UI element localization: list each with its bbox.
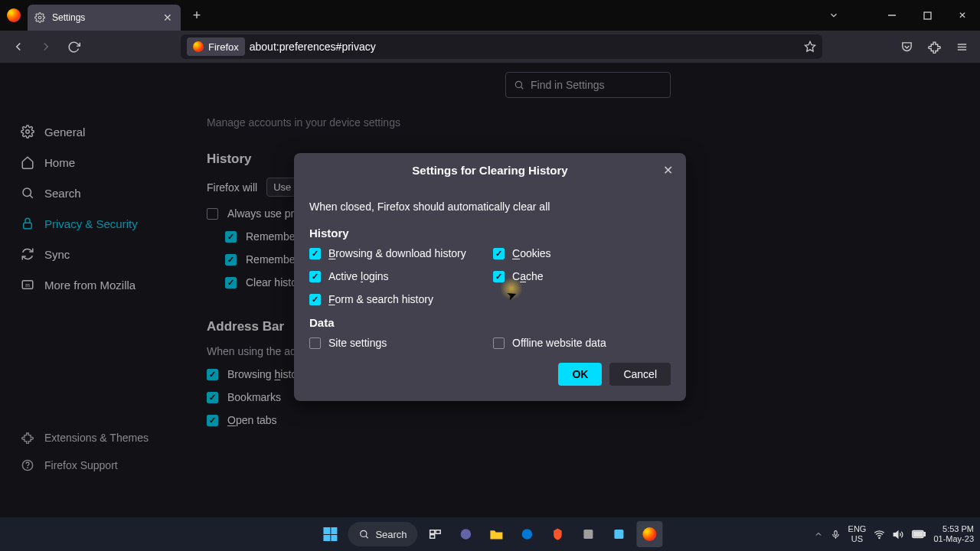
windows-taskbar: Search ENG US 5:53 PM 01-May-23	[0, 517, 980, 551]
active-logins-checkbox[interactable]: ✓	[309, 271, 321, 282]
taskbar-search[interactable]: Search	[348, 522, 417, 546]
site-settings-label: Site settings	[328, 337, 387, 349]
taskbar-app-firefox[interactable]	[637, 521, 663, 547]
svg-point-17	[361, 530, 367, 536]
browser-navbar: Firefox about:preferences#privacy	[0, 31, 980, 63]
tray-language-2: US	[848, 534, 867, 544]
svg-rect-19	[430, 530, 435, 534]
offline-website-data-checkbox[interactable]	[493, 337, 505, 349]
svg-line-18	[366, 536, 368, 538]
cancel-button[interactable]: Cancel	[609, 363, 671, 386]
url-path: about:preferences#privacy	[250, 41, 376, 53]
taskbar-search-label: Search	[375, 529, 407, 540]
svg-point-28	[879, 537, 880, 538]
tab-close-button[interactable]: ✕	[161, 11, 175, 24]
tray-microphone-icon[interactable]	[831, 530, 841, 540]
taskbar-app-generic1[interactable]	[576, 521, 602, 547]
site-settings-checkbox[interactable]	[309, 337, 321, 349]
cache-label: Cache	[512, 270, 544, 282]
svg-marker-29	[894, 531, 899, 538]
taskbar-app-edge[interactable]	[514, 521, 541, 547]
svg-rect-20	[436, 530, 440, 534]
task-view-button[interactable]	[423, 521, 449, 547]
tray-volume-icon[interactable]	[893, 529, 904, 540]
firefox-logo-icon	[0, 8, 28, 22]
url-bar[interactable]: Firefox about:preferences#privacy	[181, 34, 822, 59]
url-identity-text: Firefox	[208, 41, 239, 53]
search-icon	[358, 529, 369, 540]
browsing-download-history-label: Browsing & download history	[328, 247, 466, 259]
tabs-dropdown-button[interactable]	[816, 0, 851, 31]
svg-rect-26	[834, 530, 836, 535]
back-button[interactable]	[6, 34, 31, 59]
svg-rect-24	[584, 530, 593, 539]
dialog-intro-text: When closed, Firefox should automaticall…	[309, 201, 671, 213]
form-search-history-label: Form & search history	[328, 293, 433, 305]
dialog-data-section-title: Data	[309, 316, 671, 329]
tray-time[interactable]: 5:53 PM	[933, 524, 974, 534]
tray-language-1[interactable]: ENG	[848, 524, 867, 534]
firefox-mini-logo-icon	[193, 41, 204, 52]
window-maximize-button[interactable]	[910, 0, 945, 31]
svg-rect-21	[430, 535, 435, 539]
gear-icon	[34, 11, 46, 24]
svg-rect-2	[924, 12, 931, 19]
window-minimize-button[interactable]	[874, 0, 910, 31]
browser-tab[interactable]: Settings ✕	[28, 5, 181, 31]
cache-checkbox[interactable]: ✓	[493, 271, 505, 282]
svg-point-0	[38, 16, 41, 19]
taskbar-app-brave[interactable]	[545, 521, 571, 547]
app-menu-button[interactable]	[949, 34, 974, 59]
extensions-button[interactable]	[922, 34, 946, 59]
new-tab-button[interactable]: +	[185, 8, 208, 24]
url-identity-badge[interactable]: Firefox	[187, 37, 245, 56]
tab-title: Settings	[52, 12, 155, 23]
svg-marker-3	[805, 41, 815, 51]
tray-chevron-icon[interactable]	[814, 530, 823, 539]
save-to-pocket-button[interactable]	[894, 34, 919, 59]
taskbar-app-generic2[interactable]	[606, 521, 632, 547]
bookmark-star-icon[interactable]	[804, 41, 816, 53]
svg-point-23	[522, 529, 533, 540]
window-titlebar: Settings ✕ + ✕	[0, 0, 980, 31]
reload-button[interactable]	[61, 34, 86, 59]
svg-rect-32	[914, 532, 923, 536]
form-search-history-checkbox[interactable]: ✓	[309, 294, 321, 305]
cookies-label: Cookies	[512, 247, 551, 259]
taskbar-app-chat[interactable]	[453, 521, 479, 547]
dialog-title: Settings for Clearing History	[412, 164, 567, 177]
svg-point-22	[461, 529, 472, 540]
active-logins-label: Active logins	[328, 270, 389, 282]
svg-rect-31	[924, 533, 926, 536]
dialog-close-button[interactable]: ✕	[658, 161, 677, 179]
offline-website-data-label: Offline website data	[512, 337, 606, 349]
window-close-button[interactable]: ✕	[945, 0, 980, 31]
tray-wifi-icon[interactable]	[874, 529, 885, 540]
taskbar-app-explorer[interactable]	[484, 521, 510, 547]
svg-rect-25	[615, 530, 624, 539]
forward-button[interactable]	[34, 34, 58, 59]
browsing-download-history-checkbox[interactable]: ✓	[309, 248, 321, 259]
tray-battery-icon[interactable]	[912, 530, 926, 539]
clear-history-settings-dialog: Settings for Clearing History ✕ When clo…	[294, 153, 686, 401]
dialog-history-section-title: History	[309, 227, 671, 240]
ok-button[interactable]: OK	[558, 363, 602, 386]
tray-date: 01-May-23	[933, 534, 974, 544]
start-button[interactable]	[317, 521, 343, 547]
cookies-checkbox[interactable]: ✓	[493, 248, 505, 259]
